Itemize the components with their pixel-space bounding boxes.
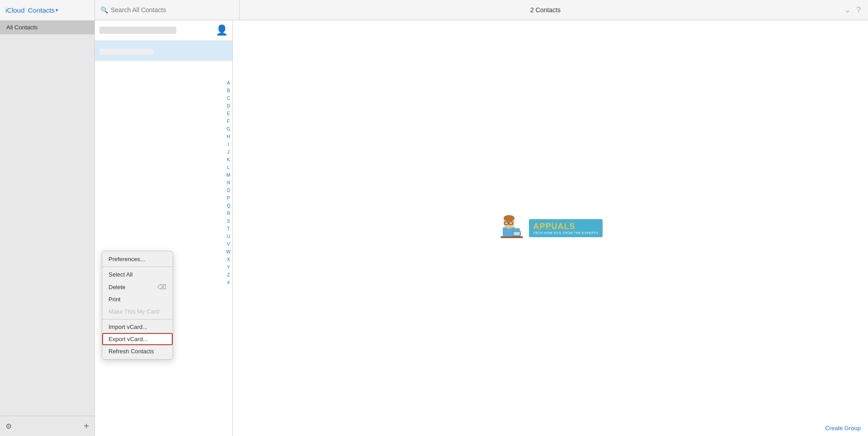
header-actions: ⌄ ? xyxy=(844,5,861,15)
menu-item-import-vcard---[interactable]: Import vCard... xyxy=(102,321,173,333)
alpha-letter-D[interactable]: D xyxy=(225,102,232,110)
menu-separator-1 xyxy=(102,267,173,267)
appuals-figure xyxy=(498,215,525,242)
menu-item-shortcut: ⌫ xyxy=(157,283,166,291)
top-bar: iCloud Contacts ▾ 🔍 2 Contacts ⌄ ? xyxy=(0,0,868,20)
detail-panel: APPUALS TECH HOW-TO'S FROM THE EXPERTS C… xyxy=(233,20,868,436)
create-group-button[interactable]: Create Group xyxy=(825,425,861,431)
menu-item-delete[interactable]: Delete⌫ xyxy=(102,281,173,293)
alpha-letter-U[interactable]: U xyxy=(225,233,232,240)
alpha-letter-T[interactable]: T xyxy=(225,225,231,233)
svg-rect-7 xyxy=(500,236,523,238)
alpha-letter-H[interactable]: H xyxy=(225,133,232,141)
alpha-letter-S[interactable]: S xyxy=(225,217,232,225)
appuals-main-text: APPUALS xyxy=(533,222,599,231)
sidebar-top: iCloud Contacts ▾ xyxy=(0,0,95,20)
contact-name-1 xyxy=(99,27,176,34)
menu-separator-5 xyxy=(102,319,173,319)
search-area: 🔍 xyxy=(95,0,240,20)
contact-card-text-1 xyxy=(99,27,216,34)
menu-item-label: Make This My Card xyxy=(108,308,159,315)
contact-card-2[interactable] xyxy=(95,41,232,61)
alpha-letter-#[interactable]: # xyxy=(225,279,231,286)
contact-list-panel: 👤 ABCDEFGHIJKLMNOPQRSTUVWXYZ# Preference… xyxy=(95,20,233,436)
alpha-letter-W[interactable]: W xyxy=(225,248,232,256)
alpha-letter-P[interactable]: P xyxy=(225,194,232,202)
alpha-letter-O[interactable]: O xyxy=(225,187,232,194)
avatar-icon-1: 👤 xyxy=(216,24,228,36)
svg-rect-9 xyxy=(514,232,520,235)
search-icon: 🔍 xyxy=(100,6,108,14)
menu-item-label: Export vCard... xyxy=(108,336,148,342)
menu-item-label: Print xyxy=(108,296,121,303)
menu-item-refresh-contacts[interactable]: Refresh Contacts xyxy=(102,345,173,357)
alpha-letter-F[interactable]: F xyxy=(225,117,231,125)
menu-item-preferences---[interactable]: Preferences... xyxy=(102,253,173,265)
svg-rect-6 xyxy=(515,228,520,231)
main-content: All Contacts ⚙ + 👤 ABCDEFGHIJKLMNOPQRSTU… xyxy=(0,20,868,436)
contacts-count: 2 Contacts xyxy=(247,6,844,14)
alpha-letter-A[interactable]: A xyxy=(225,79,232,87)
appuals-text-block: APPUALS TECH HOW-TO'S FROM THE EXPERTS xyxy=(529,219,603,237)
appuals-sub-text: TECH HOW-TO'S FROM THE EXPERTS xyxy=(533,231,599,234)
menu-item-label: Delete xyxy=(108,284,126,291)
appuals-watermark: APPUALS TECH HOW-TO'S FROM THE EXPERTS xyxy=(498,215,603,242)
menu-item-print[interactable]: Print xyxy=(102,293,173,305)
menu-item-select-all[interactable]: Select All xyxy=(102,268,173,281)
contact-detail-2 xyxy=(99,49,154,55)
sidebar-bottom: ⚙ + xyxy=(0,416,94,436)
menu-item-export-vcard---[interactable]: Export vCard... xyxy=(102,333,173,345)
alpha-letter-G[interactable]: G xyxy=(225,125,232,133)
search-input[interactable] xyxy=(111,6,234,14)
alpha-letter-R[interactable]: R xyxy=(225,210,232,217)
appuals-figure-svg xyxy=(498,215,525,242)
context-menu: Preferences...Select AllDelete⌫PrintMake… xyxy=(102,251,173,360)
alpha-letter-Q[interactable]: Q xyxy=(225,202,232,210)
help-btn[interactable]: ? xyxy=(856,5,861,15)
header-right: 2 Contacts ⌄ ? xyxy=(240,5,868,15)
contact-card-text-2 xyxy=(99,47,228,55)
alpha-letter-J[interactable]: J xyxy=(226,148,231,156)
alpha-letter-Y[interactable]: Y xyxy=(225,263,232,271)
alpha-letter-L[interactable]: L xyxy=(225,164,231,171)
contacts-dropdown-arrow[interactable]: ▾ xyxy=(56,7,58,13)
alpha-letter-V[interactable]: V xyxy=(225,240,232,248)
gear-button[interactable]: ⚙ xyxy=(5,422,12,431)
alpha-letter-B[interactable]: B xyxy=(225,87,232,94)
contacts-label: Contacts xyxy=(26,6,55,14)
alpha-letter-C[interactable]: C xyxy=(225,94,232,102)
alphabet-nav: ABCDEFGHIJKLMNOPQRSTUVWXYZ# xyxy=(225,79,232,286)
alpha-letter-I[interactable]: I xyxy=(226,141,231,148)
alpha-letter-K[interactable]: K xyxy=(225,156,232,164)
sort-dropdown-btn[interactable]: ⌄ xyxy=(844,5,851,15)
alpha-letter-Z[interactable]: Z xyxy=(225,271,231,279)
sidebar: All Contacts ⚙ + xyxy=(0,20,95,436)
menu-item-label: Refresh Contacts xyxy=(108,348,154,355)
add-contact-button[interactable]: + xyxy=(84,421,89,431)
menu-item-make-this-my-card: Make This My Card xyxy=(102,305,173,318)
sidebar-item-all-contacts[interactable]: All Contacts xyxy=(0,20,94,34)
menu-item-label: Preferences... xyxy=(108,256,145,263)
menu-item-label: Import vCard... xyxy=(108,323,147,330)
alpha-letter-E[interactable]: E xyxy=(225,110,232,117)
menu-item-label: Select All xyxy=(108,271,132,278)
svg-point-2 xyxy=(504,215,514,221)
alpha-letter-M[interactable]: M xyxy=(225,171,232,179)
contact-card-1[interactable]: 👤 xyxy=(95,20,232,41)
icloud-label: iCloud xyxy=(5,6,25,14)
alpha-letter-N[interactable]: N xyxy=(225,179,232,187)
alpha-letter-X[interactable]: X xyxy=(225,256,232,263)
